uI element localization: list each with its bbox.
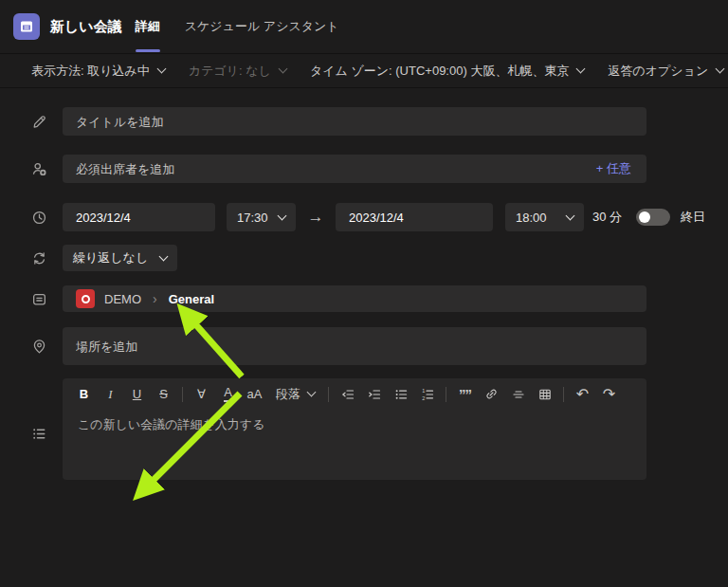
end-time-value: 18:00 [516, 211, 547, 225]
tab-scheduling-assistant-label: スケジュール アシスタント [185, 18, 339, 35]
recurrence-value: 繰り返しなし [73, 249, 148, 266]
toggle-knob [639, 211, 650, 223]
attendees-row: + 任意 [0, 155, 728, 183]
breadcrumb-separator: › [153, 291, 157, 306]
chevron-down-icon [278, 64, 287, 74]
timezone-label: タイム ゾーン: (UTC+09:00) 大阪、札幌、東京 [310, 63, 569, 80]
page-title: 新しい会議 [50, 18, 122, 36]
response-options-dropdown[interactable]: 返答のオプション [608, 63, 723, 80]
optional-attendees-link[interactable]: + 任意 [591, 160, 637, 177]
channel-icon [15, 291, 63, 307]
description-row: B I U S ∀ A aA 段落 [0, 378, 728, 480]
duration-label: 30 分 [592, 209, 622, 226]
team-name: DEMO [104, 292, 141, 306]
person-add-icon [15, 161, 63, 177]
category-dropdown[interactable]: カテゴリ: なし [189, 63, 286, 80]
start-date-input[interactable] [63, 203, 215, 231]
location-input[interactable] [63, 327, 646, 365]
table-button[interactable] [532, 382, 557, 407]
end-date-input[interactable] [336, 203, 493, 231]
team-avatar-ring [82, 295, 90, 303]
arrow-right-icon: → [296, 208, 336, 227]
font-size-button[interactable]: aA [242, 382, 267, 407]
channel-field[interactable]: DEMO › General [63, 285, 646, 312]
required-attendees-field: + 任意 [63, 155, 646, 183]
show-as-dropdown[interactable]: 表示方法: 取り込み中 [31, 63, 165, 80]
font-color-button[interactable]: A [215, 382, 241, 407]
undo-button[interactable]: ↶ [570, 382, 595, 407]
toolbar-divider [182, 387, 183, 402]
chevron-down-icon [716, 64, 725, 74]
start-time-select[interactable]: 17:30 [227, 203, 296, 231]
meeting-command-bar: 表示方法: 取り込み中 カテゴリ: なし タイム ゾーン: (UTC+09:00… [0, 54, 728, 88]
description-editor: B I U S ∀ A aA 段落 [63, 378, 646, 480]
meeting-header: 新しい会議 詳細 スケジュール アシスタント [0, 0, 728, 54]
horizontal-rule-icon[interactable] [505, 382, 531, 407]
all-day-toggle[interactable] [636, 209, 670, 226]
location-row [0, 327, 728, 365]
chevron-down-icon [159, 251, 169, 261]
highlight-button[interactable]: ∀ [189, 382, 214, 407]
description-input[interactable]: この新しい会議の詳細を入力する [63, 410, 646, 480]
tab-bar: 詳細 スケジュール アシスタント [136, 0, 339, 54]
quote-button[interactable]: ”” [452, 382, 478, 407]
tab-details[interactable]: 詳細 [136, 0, 160, 54]
required-attendees-input[interactable] [76, 155, 591, 183]
redo-button[interactable]: ↷ [596, 382, 622, 407]
pencil-icon [15, 114, 63, 130]
link-button[interactable] [479, 382, 504, 407]
toolbar-divider [328, 387, 329, 402]
paragraph-label: 段落 [276, 386, 300, 403]
tab-scheduling-assistant[interactable]: スケジュール アシスタント [185, 0, 339, 54]
toolbar-divider [563, 387, 564, 402]
svg-text:1: 1 [422, 388, 425, 394]
show-as-label: 表示方法: 取り込み中 [31, 63, 150, 80]
chevron-down-icon [576, 64, 586, 74]
title-input[interactable] [63, 107, 646, 136]
editor-toolbar: B I U S ∀ A aA 段落 [63, 378, 646, 410]
svg-text:2: 2 [422, 394, 425, 400]
start-time-value: 17:30 [237, 211, 268, 225]
recurrence-select[interactable]: 繰り返しなし [63, 245, 177, 271]
italic-button[interactable]: I [98, 382, 123, 407]
paragraph-select[interactable]: 段落 [268, 382, 322, 407]
calendar-app-icon [13, 13, 40, 40]
strikethrough-button[interactable]: S [151, 382, 176, 407]
outdent-button[interactable] [335, 382, 360, 407]
bullet-list-button[interactable] [388, 382, 413, 407]
repeat-icon [15, 250, 63, 266]
channel-name: General [169, 292, 214, 306]
all-day-label: 終日 [681, 209, 705, 226]
recurrence-row: 繰り返しなし [0, 245, 728, 271]
response-options-label: 返答のオプション [608, 63, 708, 80]
clock-icon [15, 210, 63, 226]
timezone-dropdown[interactable]: タイム ゾーン: (UTC+09:00) 大阪、札幌、東京 [310, 63, 584, 80]
underline-button[interactable]: U [124, 382, 150, 407]
chevron-down-icon [566, 211, 575, 220]
chevron-down-icon [307, 388, 317, 397]
datetime-row: 17:30 → 18:00 30 分 終日 [0, 203, 728, 231]
indent-button[interactable] [361, 382, 387, 407]
agenda-icon [15, 426, 63, 442]
end-time-select[interactable]: 18:00 [505, 203, 584, 231]
tab-details-label: 詳細 [136, 18, 160, 35]
meeting-form: + 任意 17:30 → 18:00 30 分 終日 [0, 88, 728, 480]
location-icon [15, 339, 63, 355]
title-row [0, 107, 728, 136]
chevron-down-icon [156, 64, 166, 74]
chevron-down-icon [278, 211, 287, 220]
category-label: カテゴリ: なし [189, 63, 271, 80]
calendar-glyph [19, 19, 34, 34]
team-avatar [76, 289, 95, 308]
bold-button[interactable]: B [71, 382, 97, 407]
toolbar-divider [446, 387, 446, 402]
numbered-list-button[interactable]: 1 2 [414, 382, 440, 407]
channel-row: DEMO › General [0, 285, 728, 312]
